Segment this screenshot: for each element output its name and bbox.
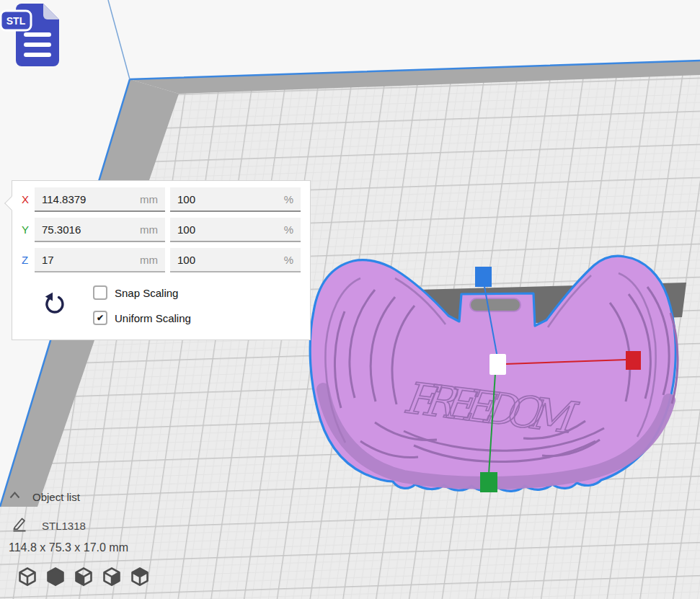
- stl-badge-label: STL: [6, 15, 26, 27]
- view-right-button[interactable]: [130, 566, 150, 587]
- stl-document-icon: STL: [1, 4, 59, 66]
- 3d-view-icon: [17, 579, 37, 590]
- gizmo-center-handle[interactable]: [489, 354, 506, 375]
- gizmo-y-handle[interactable]: [480, 472, 497, 492]
- y-size-unit: mm: [140, 223, 158, 236]
- object-list-title: Object list: [32, 491, 80, 503]
- y-percent-input[interactable]: 100 %: [170, 218, 301, 242]
- uniform-scaling-checkbox-row[interactable]: ✔ Uniform Scaling: [93, 311, 191, 325]
- gizmo-x-handle[interactable]: [626, 351, 641, 370]
- view-front-button[interactable]: [45, 566, 66, 587]
- snap-scaling-label: Snap Scaling: [115, 287, 178, 299]
- stl-file-icon: STL: [0, 0, 66, 72]
- top-view-icon: [74, 579, 94, 590]
- object-list-toggle[interactable]: Object list: [9, 490, 80, 503]
- y-size-input[interactable]: 75.3016 mm: [35, 218, 165, 242]
- z-percent-value: 100: [177, 254, 195, 266]
- y-percent-unit: %: [284, 223, 293, 236]
- y-percent-value: 100: [177, 223, 195, 236]
- z-percent-unit: %: [284, 254, 293, 266]
- left-view-icon: [102, 579, 122, 590]
- front-view-icon: [45, 579, 66, 590]
- x-percent-unit: %: [284, 193, 293, 205]
- scale-row-z: Z 17 mm 100 %: [22, 248, 310, 272]
- view-left-button[interactable]: [102, 566, 122, 587]
- x-percent-input[interactable]: 100 %: [170, 187, 301, 212]
- z-percent-input[interactable]: 100 %: [170, 248, 301, 272]
- object-name: STL1318: [42, 520, 86, 532]
- uniform-scaling-label: Uniform Scaling: [115, 312, 191, 324]
- uniform-scaling-checkbox[interactable]: ✔: [93, 311, 107, 325]
- x-percent-value: 100: [177, 193, 195, 205]
- right-view-icon: [130, 579, 150, 590]
- reset-arrow-icon: [43, 308, 67, 319]
- reset-scale-button[interactable]: [43, 290, 67, 316]
- scale-tool-panel: X 114.8379 mm 100 % Y 75.3016 mm 100 % Z: [12, 180, 311, 340]
- z-size-input[interactable]: 17 mm: [35, 248, 165, 272]
- axis-label-x: X: [22, 187, 35, 212]
- scale-row-x: X 114.8379 mm 100 %: [22, 187, 310, 212]
- view-3d-button[interactable]: [17, 566, 37, 587]
- gizmo-z-handle[interactable]: [475, 267, 492, 287]
- snap-scaling-checkbox[interactable]: [93, 285, 107, 300]
- tab-slot: [470, 298, 520, 311]
- z-size-value: 17: [42, 254, 54, 266]
- camera-view-toolbar: [17, 566, 150, 587]
- model-dimensions-label: 114.8 x 75.3 x 17.0 mm: [9, 541, 128, 554]
- scale-row-y: Y 75.3016 mm 100 %: [22, 218, 310, 242]
- axis-label-y: Y: [22, 218, 35, 242]
- pencil-icon[interactable]: [12, 516, 27, 535]
- chevron-up-icon[interactable]: [9, 490, 21, 503]
- axis-label-z: Z: [22, 248, 35, 272]
- snap-scaling-checkbox-row[interactable]: Snap Scaling: [93, 285, 178, 300]
- z-size-unit: mm: [140, 254, 158, 266]
- x-size-input[interactable]: 114.8379 mm: [35, 187, 165, 212]
- view-top-button[interactable]: [74, 566, 94, 587]
- object-list-item[interactable]: STL1318: [12, 516, 86, 535]
- x-size-value: 114.8379: [42, 193, 86, 205]
- x-size-unit: mm: [140, 193, 158, 205]
- y-size-value: 75.3016: [42, 223, 81, 236]
